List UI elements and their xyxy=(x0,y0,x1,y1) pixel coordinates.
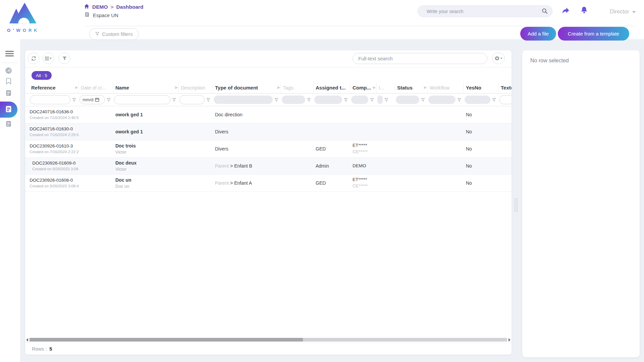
cell-assigned xyxy=(314,106,351,123)
cell-status xyxy=(395,123,428,140)
left-sidebar xyxy=(0,39,20,362)
reference-number: DOC240716-01636-0 xyxy=(30,109,79,115)
app-logo[interactable]: O'WORK xyxy=(3,2,41,33)
column-header-tags[interactable]: Tags xyxy=(281,82,314,93)
column-header-yesno[interactable]: YesNo xyxy=(464,82,499,93)
cell-type: Parent > Enfant B xyxy=(213,158,281,174)
notifications-button[interactable] xyxy=(580,6,588,16)
cell-extra xyxy=(377,106,395,123)
cell-type: Doc direction xyxy=(213,106,281,123)
filter-disabled-yesno xyxy=(465,96,490,104)
refresh-button[interactable] xyxy=(28,53,39,64)
table-settings-button[interactable] xyxy=(492,53,505,64)
type-parent: Parent xyxy=(215,163,229,169)
gear-icon xyxy=(494,56,500,61)
scrollbar-thumb[interactable] xyxy=(30,338,303,342)
fulltext-search-input[interactable] xyxy=(353,53,487,64)
column-header-company[interactable]: Comp...▶ xyxy=(351,82,377,93)
notification-bell-icon xyxy=(29,164,30,169)
create-from-template-button[interactable]: Create from a template xyxy=(558,27,629,41)
funnel-outline-icon xyxy=(384,98,388,102)
yesno-value: No xyxy=(466,146,496,152)
logo-text: O'WORK xyxy=(3,28,41,33)
sort-caret-icon: ▶ xyxy=(424,85,427,89)
filter-input-reference[interactable] xyxy=(30,95,70,104)
sort-caret-icon: ▶ xyxy=(175,85,178,89)
custom-filters-button[interactable]: Custom filters xyxy=(89,28,139,40)
cell-reference: DOC240716-01636-0Created on 7/16/2024 2:… xyxy=(29,106,79,123)
cell-assigned: Admin xyxy=(314,158,351,174)
funnel-outline-icon xyxy=(370,98,374,102)
reference-number: DOC230926-01609-0 xyxy=(32,160,79,167)
yesno-value: No xyxy=(466,112,496,117)
sidebar-item-dashboard[interactable] xyxy=(5,67,12,75)
cell-reference: DOC240716-01630-0Created on 7/16/2024 2:… xyxy=(29,123,79,140)
column-header-assigned[interactable]: Assigned t... xyxy=(314,82,351,93)
add-file-button[interactable]: Add a file xyxy=(520,27,556,41)
global-search-input[interactable] xyxy=(418,6,552,17)
table-row[interactable]: DOC230926-01610-3Created on 7/16/2024 2:… xyxy=(25,140,512,158)
filter-input-texte[interactable] xyxy=(499,95,512,104)
share-button[interactable] xyxy=(561,7,570,16)
home-icon[interactable] xyxy=(84,4,90,10)
horizontal-scrollbar[interactable] xyxy=(26,338,511,342)
sidebar-item-archives[interactable] xyxy=(5,121,12,128)
column-label: Workflow xyxy=(430,85,449,90)
column-label: I... xyxy=(379,85,384,90)
panel-resize-handle[interactable] xyxy=(515,198,518,215)
cell-type: Divers xyxy=(213,123,281,140)
table-row[interactable]: DOC240716-01630-0Created on 7/16/2024 2:… xyxy=(25,123,512,140)
sidebar-item-bookmarks[interactable] xyxy=(6,78,11,86)
search-icon[interactable] xyxy=(542,8,548,15)
sort-caret-icon: ▶ xyxy=(277,85,280,89)
menu-hamburger-icon[interactable] xyxy=(5,50,14,58)
cell-assigned xyxy=(314,123,351,140)
filter-cell-date: mm/d xyxy=(79,95,113,104)
column-header-status[interactable]: Status▶ xyxy=(395,82,428,93)
cell-yesno: No xyxy=(464,106,499,123)
type-parent: Parent xyxy=(215,180,229,186)
sidebar-item-documents[interactable] xyxy=(5,90,12,98)
sidebar-item-ged-active[interactable] xyxy=(0,102,17,118)
detail-panel: No row selected xyxy=(522,50,640,357)
funnel-outline-icon xyxy=(344,98,348,102)
table-row[interactable]: wDOC230926-01609-0Created on 9/26/2023 3… xyxy=(25,158,512,175)
table-row[interactable]: DOC230926-01608-0Created on 9/26/2023 3:… xyxy=(25,175,512,192)
assigned-value: Admin xyxy=(316,163,348,169)
filter-date-date[interactable]: mm/d xyxy=(79,95,105,104)
column-header-extra[interactable]: I... xyxy=(377,82,395,93)
reference-number: DOC230926-01608-0 xyxy=(30,177,79,184)
document-subname: Victor xyxy=(115,149,176,155)
breadcrumb-current-page[interactable]: Dashboard xyxy=(116,4,144,10)
cell-workflow xyxy=(428,140,464,157)
cell-workflow xyxy=(428,175,464,191)
scroll-right-arrow-icon[interactable] xyxy=(508,338,511,342)
column-label: Name xyxy=(115,85,129,90)
columns-button[interactable] xyxy=(43,53,54,64)
cell-texte xyxy=(499,158,512,174)
breadcrumb-home-link[interactable]: DEMO xyxy=(92,4,108,10)
all-count-badge[interactable]: All : 5 xyxy=(32,71,52,80)
filter-input-description[interactable] xyxy=(179,95,205,104)
column-header-date[interactable]: Date of cr... xyxy=(79,82,113,93)
cell-yesno: No xyxy=(464,123,499,140)
cell-description xyxy=(179,140,213,157)
column-header-workflow[interactable]: Workflow xyxy=(428,82,464,93)
column-header-name[interactable]: Name▶ xyxy=(113,82,179,93)
filter-button[interactable] xyxy=(59,53,70,64)
scroll-left-arrow-icon[interactable] xyxy=(26,338,28,342)
yesno-value: No xyxy=(466,180,496,186)
document-subname: Doc un xyxy=(115,183,176,189)
column-header-description[interactable]: Description xyxy=(179,82,213,93)
cell-workflow xyxy=(428,106,464,123)
column-header-type[interactable]: Type of document▶ xyxy=(213,82,281,93)
column-header-reference[interactable]: Reference▶ xyxy=(29,82,79,93)
table-row[interactable]: DOC240716-01636-0Created on 7/16/2024 2:… xyxy=(25,106,512,123)
cell-assigned: GED xyxy=(314,175,351,191)
cell-yesno: No xyxy=(464,175,499,191)
user-role-menu[interactable]: Director xyxy=(610,8,636,15)
filter-disabled-assigned xyxy=(314,96,342,104)
column-header-texte[interactable]: Texte xyxy=(499,82,512,93)
filter-input-name[interactable] xyxy=(114,95,170,104)
cell-status xyxy=(395,106,428,123)
